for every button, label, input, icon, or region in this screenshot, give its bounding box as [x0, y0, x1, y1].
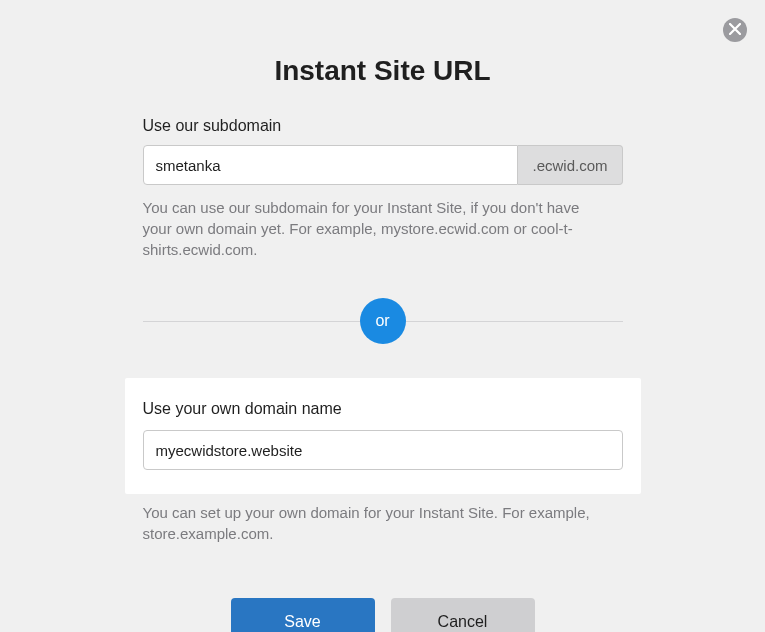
own-domain-section: Use your own domain name	[125, 378, 641, 494]
subdomain-input[interactable]	[143, 145, 519, 185]
cancel-button[interactable]: Cancel	[391, 598, 535, 632]
modal-title: Instant Site URL	[0, 55, 765, 87]
instant-site-url-modal: Instant Site URL Use our subdomain .ecwi…	[0, 0, 765, 632]
divider-line-left	[143, 321, 360, 322]
subdomain-section: Use our subdomain .ecwid.com You can use…	[143, 117, 623, 260]
divider: or	[143, 298, 623, 344]
subdomain-input-group: .ecwid.com	[143, 145, 623, 185]
own-domain-help-text: You can set up your own domain for your …	[143, 502, 623, 544]
or-badge: or	[360, 298, 406, 344]
subdomain-label: Use our subdomain	[143, 117, 623, 135]
subdomain-suffix: .ecwid.com	[518, 145, 622, 185]
divider-line-right	[406, 321, 623, 322]
button-row: Save Cancel	[0, 598, 765, 632]
own-domain-input[interactable]	[143, 430, 623, 470]
close-icon	[729, 23, 741, 38]
own-domain-label: Use your own domain name	[143, 400, 623, 418]
subdomain-help-text: You can use our subdomain for your Insta…	[143, 197, 603, 260]
close-button[interactable]	[723, 18, 747, 42]
save-button[interactable]: Save	[231, 598, 375, 632]
